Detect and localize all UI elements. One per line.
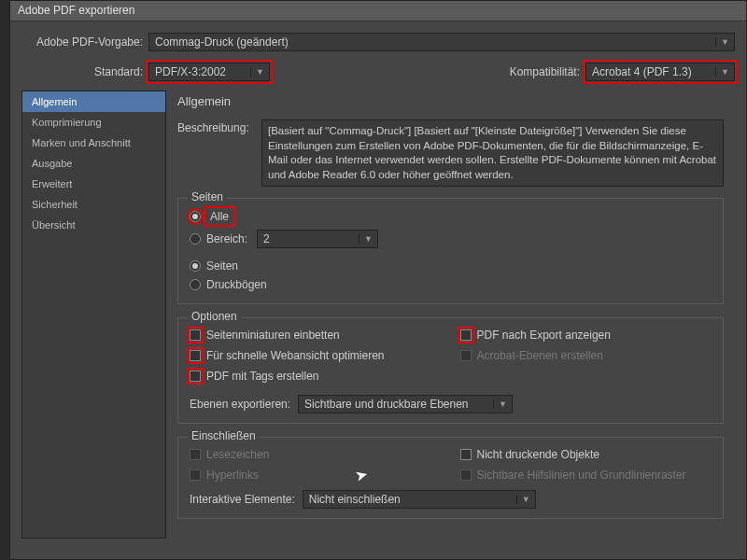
opt-fastweb-label: Für schnelle Webansicht optimieren: [206, 349, 385, 362]
interactive-label: Interaktive Elemente:: [190, 493, 295, 506]
compat-label: Kompatibilität:: [510, 65, 580, 78]
checkbox-guides: [460, 469, 472, 481]
standard-compat-row: Standard: PDF/X-3:2002 ▼ Kompatibilität:…: [10, 57, 746, 91]
pages-seiten-label: Seiten: [206, 259, 238, 273]
checkbox-tagged[interactable]: [190, 371, 201, 382]
opt-thumbnails-label: Seitenminiaturen einbetten: [206, 329, 340, 342]
radio-pages[interactable]: [190, 260, 201, 272]
opt-tagged-label: PDF mit Tags erstellen: [206, 370, 319, 383]
layers-export-value: Sichtbare und druckbare Ebenen: [304, 398, 468, 411]
checkbox-bookmarks: [190, 449, 201, 460]
sidebar-item-marken[interactable]: Marken und Anschnitt: [22, 133, 165, 153]
pages-range-label: Bereich:: [206, 232, 247, 245]
inc-nonprint-label: Nicht druckende Objekte: [477, 448, 599, 461]
radio-range[interactable]: [190, 233, 201, 245]
checkbox-hyperlinks: [190, 469, 201, 481]
chevron-down-icon: ▼: [359, 234, 374, 244]
pages-group: Seiten Alle Bereich: 2 ▼ Seiten: [177, 198, 724, 304]
pages-all-label: Alle: [206, 209, 233, 224]
sidebar-item-erweitert[interactable]: Erweitert: [22, 174, 165, 194]
titlebar: Adobe PDF exportieren: [10, 1, 746, 21]
opt-thumbnails-row[interactable]: Seitenminiaturen einbetten: [190, 326, 442, 344]
inc-bookmarks-label: Lesezeichen: [206, 448, 269, 461]
sidebar-item-allgemein[interactable]: Allgemein: [22, 91, 165, 112]
description-text: [Basiert auf "Commag-Druck"] [Basiert au…: [268, 125, 716, 180]
preset-dropdown[interactable]: Commag-Druck (geändert) ▼: [148, 33, 735, 51]
opt-acrolayers-row: Acrobat-Ebenen erstellen: [460, 346, 712, 365]
sidebar-item-sicherheit[interactable]: Sicherheit: [22, 194, 165, 215]
inc-hyperlinks-label: Hyperlinks: [206, 469, 259, 482]
standard-label: Standard:: [21, 65, 143, 78]
inc-hyperlinks-row: Hyperlinks: [190, 466, 442, 484]
inc-guides-row: Sichtbare Hilfslinien und Grundlinienras…: [460, 466, 712, 484]
compat-dropdown[interactable]: Acrobat 4 (PDF 1.3) ▼: [585, 63, 735, 81]
inc-bookmarks-row: Lesezeichen: [190, 445, 442, 464]
checkbox-fastweb[interactable]: [190, 350, 201, 361]
description-row: Beschreibung: [Basiert auf "Commag-Druck…: [177, 119, 724, 187]
chevron-down-icon: ▼: [516, 495, 531, 504]
pages-spreads-row[interactable]: Druckbögen: [190, 275, 712, 294]
checkbox-thumbnails[interactable]: [190, 329, 201, 341]
standard-value: PDF/X-3:2002: [155, 65, 226, 78]
content-panel: Allgemein Beschreibung: [Basiert auf "Co…: [166, 91, 735, 539]
pages-all-row[interactable]: Alle: [190, 206, 712, 227]
layers-export-row: Ebenen exportieren: Sichtbare und druckb…: [190, 395, 712, 413]
description-textarea[interactable]: [Basiert auf "Commag-Druck"] [Basiert au…: [261, 119, 724, 187]
sidebar-item-ausgabe[interactable]: Ausgabe: [22, 153, 165, 174]
pages-spreads-label: Druckbögen: [206, 278, 267, 291]
radio-spreads[interactable]: [190, 279, 201, 290]
preset-label: Adobe PDF-Vorgabe:: [21, 35, 143, 49]
checkbox-viewafter[interactable]: [460, 329, 472, 341]
description-label: Beschreibung:: [177, 119, 254, 134]
options-group: Optionen Seitenminiaturen einbetten PDF …: [177, 317, 724, 424]
opt-viewafter-row[interactable]: PDF nach Export anzeigen: [460, 326, 712, 344]
preset-value: Commag-Druck (geändert): [155, 35, 289, 49]
compat-value: Acrobat 4 (PDF 1.3): [592, 65, 692, 78]
include-group: Einschließen Lesezeichen Nicht druckende…: [177, 437, 724, 519]
preset-row: Adobe PDF-Vorgabe: Commag-Druck (geänder…: [10, 21, 746, 57]
chevron-down-icon: ▼: [250, 67, 265, 77]
pages-seiten-row[interactable]: Seiten: [190, 257, 712, 275]
chevron-down-icon: ▼: [493, 399, 508, 409]
interactive-value: Nicht einschließen: [309, 493, 401, 506]
layers-export-dropdown[interactable]: Sichtbare und druckbare Ebenen ▼: [298, 395, 513, 413]
opt-acrolayers-label: Acrobat-Ebenen erstellen: [477, 349, 603, 362]
range-value: 2: [263, 232, 270, 245]
export-pdf-window: Adobe PDF exportieren Adobe PDF-Vorgabe:…: [9, 0, 747, 560]
opt-tagged-row[interactable]: PDF mit Tags erstellen: [190, 367, 442, 385]
chevron-down-icon: ▼: [715, 67, 730, 77]
include-legend: Einschließen: [188, 429, 260, 442]
category-sidebar: Allgemein Komprimierung Marken und Ansch…: [21, 91, 166, 539]
standard-dropdown[interactable]: PDF/X-3:2002 ▼: [148, 63, 270, 81]
interactive-row: Interaktive Elemente: Nicht einschließen…: [190, 490, 712, 509]
opt-fastweb-row[interactable]: Für schnelle Webansicht optimieren: [190, 346, 442, 365]
sidebar-item-komprimierung[interactable]: Komprimierung: [22, 112, 165, 133]
inc-guides-label: Sichtbare Hilfslinien und Grundlinienras…: [477, 469, 686, 482]
checkbox-acrolayers: [460, 350, 472, 361]
section-title: Allgemein: [177, 94, 724, 108]
inc-nonprint-row[interactable]: Nicht druckende Objekte: [460, 445, 712, 464]
radio-all[interactable]: [190, 211, 201, 222]
layers-export-label: Ebenen exportieren:: [190, 398, 290, 411]
options-legend: Optionen: [188, 310, 241, 323]
range-dropdown[interactable]: 2 ▼: [257, 230, 378, 248]
opt-viewafter-label: PDF nach Export anzeigen: [477, 329, 611, 342]
checkbox-nonprint[interactable]: [460, 449, 472, 460]
interactive-dropdown[interactable]: Nicht einschließen ▼: [303, 490, 536, 509]
main-area: Allgemein Komprimierung Marken und Ansch…: [10, 91, 746, 539]
chevron-down-icon: ▼: [715, 37, 730, 47]
sidebar-item-uebersicht[interactable]: Übersicht: [22, 215, 165, 235]
pages-legend: Seiten: [188, 190, 227, 203]
window-title: Adobe PDF exportieren: [18, 4, 134, 17]
pages-range-row[interactable]: Bereich: 2 ▼: [190, 227, 712, 251]
